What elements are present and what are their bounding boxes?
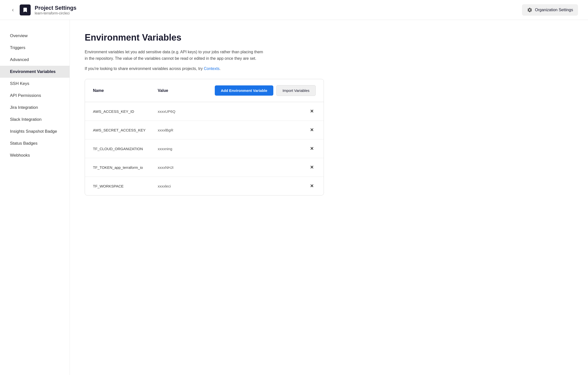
- sidebar-item-webhooks[interactable]: Webhooks: [0, 149, 70, 161]
- row-name-2: TF_CLOUD_ORGANIZATION: [93, 147, 158, 151]
- col-name-header: Name: [93, 88, 158, 93]
- header-left: ‹ Project Settings learn-terraform-circl…: [10, 4, 76, 15]
- row-name-0: AWS_ACCESS_KEY_ID: [93, 109, 158, 114]
- delete-row-3[interactable]: ✕: [308, 164, 316, 171]
- project-icon: [20, 4, 31, 15]
- project-info: Project Settings learn-terraform-circlec…: [35, 5, 76, 15]
- sidebar-item-environment-variables[interactable]: Environment Variables: [0, 66, 70, 78]
- sidebar: OverviewTriggersAdvancedEnvironment Vari…: [0, 20, 70, 375]
- sidebar-item-advanced[interactable]: Advanced: [0, 54, 70, 66]
- project-title: Project Settings: [35, 5, 76, 11]
- delete-row-2[interactable]: ✕: [308, 145, 316, 152]
- import-variables-button[interactable]: Import Variables: [276, 85, 316, 96]
- sidebar-item-api-permissions[interactable]: API Permissions: [0, 90, 70, 102]
- delete-row-0[interactable]: ✕: [308, 108, 316, 115]
- row-value-3: xxxxNHJI: [158, 165, 308, 170]
- table-row: TF_CLOUD_ORGANIZATION xxxxning ✕: [85, 139, 324, 158]
- sidebar-item-status-badges[interactable]: Status Badges: [0, 137, 70, 149]
- table-header: Name Value Add Environment Variable Impo…: [85, 79, 324, 102]
- table-body: AWS_ACCESS_KEY_ID xxxxUP6Q ✕ AWS_SECRET_…: [85, 102, 324, 195]
- delete-row-1[interactable]: ✕: [308, 126, 316, 134]
- sidebar-item-insights-snapshot-badge[interactable]: Insights Snapshot Badge: [0, 125, 70, 137]
- sidebar-item-overview[interactable]: Overview: [0, 30, 70, 42]
- table-row: TF_WORKSPACE xxxxleci ✕: [85, 177, 324, 195]
- row-name-4: TF_WORKSPACE: [93, 184, 158, 188]
- layout: OverviewTriggersAdvancedEnvironment Vari…: [0, 20, 588, 375]
- share-note-prefix: If you're looking to share environment v…: [85, 66, 204, 71]
- sidebar-item-jira-integration[interactable]: Jira Integration: [0, 102, 70, 114]
- row-name-1: AWS_SECRET_ACCESS_KEY: [93, 128, 158, 132]
- back-button[interactable]: ‹: [10, 6, 16, 14]
- row-value-0: xxxxUP6Q: [158, 109, 308, 114]
- gear-icon: [527, 7, 532, 13]
- row-name-3: TF_TOKEN_app_terraform_io: [93, 165, 158, 170]
- row-value-1: xxxxlBgR: [158, 128, 308, 132]
- env-vars-table: Name Value Add Environment Variable Impo…: [85, 79, 324, 195]
- add-env-var-button[interactable]: Add Environment Variable: [215, 85, 273, 96]
- sidebar-item-slack-integration[interactable]: Slack Integration: [0, 114, 70, 125]
- sidebar-item-triggers[interactable]: Triggers: [0, 42, 70, 54]
- table-row: AWS_ACCESS_KEY_ID xxxxUP6Q ✕: [85, 102, 324, 121]
- header: ‹ Project Settings learn-terraform-circl…: [0, 0, 588, 20]
- description: Environment variables let you add sensit…: [85, 49, 264, 62]
- org-settings-button[interactable]: Organization Settings: [522, 4, 578, 16]
- project-subtitle: learn-terraform-circleci: [35, 11, 76, 15]
- org-settings-label: Organization Settings: [535, 8, 573, 12]
- share-note-suffix: .: [220, 66, 220, 71]
- table-row: AWS_SECRET_ACCESS_KEY xxxxlBgR ✕: [85, 121, 324, 139]
- page-title: Environment Variables: [85, 32, 573, 43]
- share-note: If you're looking to share environment v…: [85, 66, 573, 71]
- contexts-link[interactable]: Contexts: [204, 66, 220, 71]
- main-content: Environment Variables Environment variab…: [70, 20, 588, 375]
- col-value-header: Value: [158, 88, 215, 93]
- delete-row-4[interactable]: ✕: [308, 182, 316, 190]
- row-value-2: xxxxning: [158, 147, 308, 151]
- table-row: TF_TOKEN_app_terraform_io xxxxNHJI ✕: [85, 158, 324, 177]
- bookmark-icon: [22, 7, 28, 13]
- row-value-4: xxxxleci: [158, 184, 308, 188]
- table-actions: Add Environment Variable Import Variable…: [215, 85, 316, 96]
- sidebar-item-ssh-keys[interactable]: SSH Keys: [0, 78, 70, 90]
